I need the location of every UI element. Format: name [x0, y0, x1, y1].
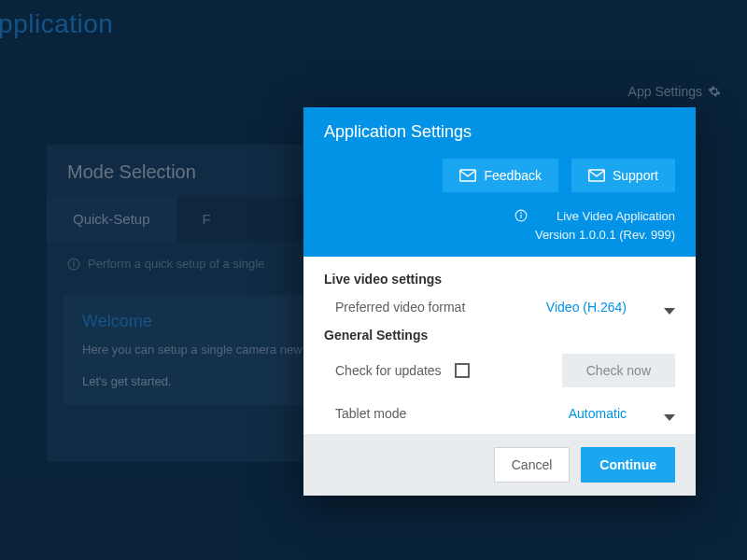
modal-body: Live video settings Preferred video form… — [303, 257, 696, 434]
tablet-mode-select[interactable]: Automatic — [569, 406, 675, 421]
section-general-title: General Settings — [324, 328, 675, 343]
chevron-down-icon — [664, 303, 675, 311]
tablet-mode-row: Tablet mode Automatic — [324, 400, 675, 434]
tablet-mode-label: Tablet mode — [335, 406, 406, 421]
continue-button[interactable]: Continue — [581, 447, 675, 483]
modal-title: Application Settings — [324, 122, 675, 142]
chevron-down-icon — [664, 410, 675, 417]
support-label: Support — [613, 168, 658, 183]
modal-header: Application Settings Feedback Support Li… — [303, 107, 696, 257]
video-format-label: Preferred video format — [335, 300, 465, 315]
video-format-select[interactable]: Video (H.264) — [546, 300, 675, 315]
section-live-video-title: Live video settings — [324, 272, 675, 287]
check-now-button[interactable]: Check now — [562, 354, 675, 387]
settings-modal: Application Settings Feedback Support Li… — [303, 107, 696, 496]
feedback-label: Feedback — [484, 168, 541, 183]
info-icon — [514, 209, 528, 222]
version-text: Live Video Application Version 1.0.0.1 (… — [535, 207, 675, 244]
modal-footer: Cancel Continue — [303, 434, 696, 496]
support-button[interactable]: Support — [571, 159, 675, 192]
feedback-button[interactable]: Feedback — [443, 159, 557, 192]
video-format-row: Preferred video format Video (H.264) — [324, 294, 675, 328]
updates-label: Check for updates — [335, 363, 442, 378]
mail-icon — [588, 169, 605, 182]
app-name: Live Video Application — [535, 207, 675, 226]
tablet-mode-value: Automatic — [569, 406, 627, 421]
app-version: Version 1.0.0.1 (Rev. 999) — [535, 226, 675, 245]
mail-icon — [459, 169, 476, 182]
video-format-value: Video (H.264) — [546, 300, 627, 315]
cancel-button[interactable]: Cancel — [494, 447, 571, 483]
svg-point-7 — [521, 213, 522, 214]
updates-checkbox[interactable] — [455, 363, 470, 378]
updates-row: Check for updates Check now — [324, 350, 675, 400]
